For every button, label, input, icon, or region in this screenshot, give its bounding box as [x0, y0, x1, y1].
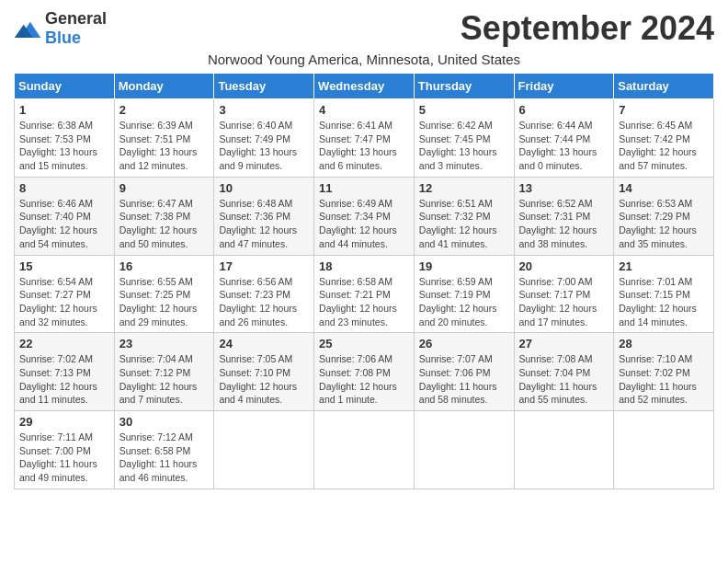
day-number: 22 — [19, 337, 109, 350]
calendar-cell — [414, 411, 514, 489]
calendar-cell — [314, 411, 415, 489]
day-info: Sunrise: 7:08 AM Sunset: 7:04 PM Dayligh… — [519, 352, 609, 407]
day-number: 11 — [319, 181, 409, 195]
day-info: Sunrise: 6:44 AM Sunset: 7:44 PM Dayligh… — [519, 119, 609, 173]
day-info: Sunrise: 6:59 AM Sunset: 7:19 PM Dayligh… — [419, 275, 509, 329]
calendar-cell: 12Sunrise: 6:51 AM Sunset: 7:32 PM Dayli… — [414, 177, 514, 255]
day-number: 9 — [119, 181, 210, 195]
day-info: Sunrise: 6:38 AM Sunset: 7:53 PM Dayligh… — [19, 119, 109, 173]
day-number: 24 — [219, 337, 309, 350]
day-info: Sunrise: 6:55 AM Sunset: 7:25 PM Dayligh… — [119, 275, 210, 329]
calendar-cell: 25Sunrise: 7:06 AM Sunset: 7:08 PM Dayli… — [314, 333, 415, 411]
calendar-cell: 22Sunrise: 7:02 AM Sunset: 7:13 PM Dayli… — [15, 333, 115, 411]
calendar-cell: 2Sunrise: 6:39 AM Sunset: 7:51 PM Daylig… — [114, 99, 214, 178]
day-number: 25 — [319, 337, 409, 350]
calendar-cell: 21Sunrise: 7:01 AM Sunset: 7:15 PM Dayli… — [614, 255, 714, 333]
day-number: 7 — [619, 103, 709, 117]
calendar-cell: 7Sunrise: 6:45 AM Sunset: 7:42 PM Daylig… — [614, 99, 714, 178]
day-number: 2 — [119, 103, 210, 117]
calendar-cell: 18Sunrise: 6:58 AM Sunset: 7:21 PM Dayli… — [314, 255, 415, 333]
logo: General Blue — [14, 9, 107, 48]
day-info: Sunrise: 6:46 AM Sunset: 7:40 PM Dayligh… — [19, 197, 109, 251]
header: General Blue September 2024 — [14, 9, 714, 48]
calendar-cell — [614, 411, 714, 489]
logo-general: General — [45, 9, 107, 28]
day-info: Sunrise: 6:47 AM Sunset: 7:38 PM Dayligh… — [119, 197, 210, 251]
day-info: Sunrise: 7:02 AM Sunset: 7:13 PM Dayligh… — [19, 352, 109, 407]
calendar-cell: 5Sunrise: 6:42 AM Sunset: 7:45 PM Daylig… — [414, 99, 514, 178]
day-number: 20 — [519, 259, 609, 273]
calendar-cell: 1Sunrise: 6:38 AM Sunset: 7:53 PM Daylig… — [15, 99, 115, 178]
day-info: Sunrise: 6:54 AM Sunset: 7:27 PM Dayligh… — [19, 275, 109, 329]
calendar-cell: 29Sunrise: 7:11 AM Sunset: 7:00 PM Dayli… — [15, 411, 115, 489]
calendar-cell: 16Sunrise: 6:55 AM Sunset: 7:25 PM Dayli… — [114, 255, 214, 333]
day-number: 13 — [519, 181, 609, 195]
day-header-saturday: Saturday — [614, 74, 714, 99]
calendar-cell: 24Sunrise: 7:05 AM Sunset: 7:10 PM Dayli… — [214, 333, 314, 411]
calendar-cell: 20Sunrise: 7:00 AM Sunset: 7:17 PM Dayli… — [514, 255, 614, 333]
calendar-cell: 3Sunrise: 6:40 AM Sunset: 7:49 PM Daylig… — [214, 99, 314, 178]
day-number: 26 — [419, 337, 509, 350]
day-number: 29 — [19, 415, 109, 429]
calendar-cell: 27Sunrise: 7:08 AM Sunset: 7:04 PM Dayli… — [514, 333, 614, 411]
calendar-cell: 23Sunrise: 7:04 AM Sunset: 7:12 PM Dayli… — [114, 333, 214, 411]
day-number: 21 — [619, 259, 709, 273]
day-header-monday: Monday — [114, 74, 214, 99]
day-number: 16 — [119, 259, 210, 273]
day-number: 5 — [419, 103, 509, 117]
day-info: Sunrise: 7:00 AM Sunset: 7:17 PM Dayligh… — [519, 275, 609, 329]
month-title: September 2024 — [461, 9, 714, 48]
calendar-cell: 4Sunrise: 6:41 AM Sunset: 7:47 PM Daylig… — [314, 99, 415, 178]
day-header-thursday: Thursday — [414, 74, 514, 99]
calendar-cell — [514, 411, 614, 489]
day-header-tuesday: Tuesday — [214, 74, 314, 99]
day-info: Sunrise: 6:41 AM Sunset: 7:47 PM Dayligh… — [319, 119, 409, 173]
day-number: 10 — [219, 181, 309, 195]
day-number: 17 — [219, 259, 309, 273]
day-number: 15 — [19, 259, 109, 273]
day-header-wednesday: Wednesday — [314, 74, 415, 99]
logo-blue: Blue — [45, 29, 81, 47]
calendar-cell: 17Sunrise: 6:56 AM Sunset: 7:23 PM Dayli… — [214, 255, 314, 333]
calendar-cell: 19Sunrise: 6:59 AM Sunset: 7:19 PM Dayli… — [414, 255, 514, 333]
day-header-sunday: Sunday — [15, 74, 115, 99]
calendar-cell: 14Sunrise: 6:53 AM Sunset: 7:29 PM Dayli… — [614, 177, 714, 255]
calendar-cell: 10Sunrise: 6:48 AM Sunset: 7:36 PM Dayli… — [214, 177, 314, 255]
calendar-cell — [214, 411, 314, 489]
calendar-cell: 8Sunrise: 6:46 AM Sunset: 7:40 PM Daylig… — [15, 177, 115, 255]
day-number: 23 — [119, 337, 210, 350]
calendar-cell: 30Sunrise: 7:12 AM Sunset: 6:58 PM Dayli… — [114, 411, 214, 489]
day-info: Sunrise: 7:07 AM Sunset: 7:06 PM Dayligh… — [419, 352, 509, 407]
day-number: 6 — [519, 103, 609, 117]
calendar-cell: 28Sunrise: 7:10 AM Sunset: 7:02 PM Dayli… — [614, 333, 714, 411]
day-info: Sunrise: 6:53 AM Sunset: 7:29 PM Dayligh… — [619, 197, 709, 251]
day-number: 18 — [319, 259, 409, 273]
day-info: Sunrise: 6:42 AM Sunset: 7:45 PM Dayligh… — [419, 119, 509, 173]
day-info: Sunrise: 6:45 AM Sunset: 7:42 PM Dayligh… — [619, 119, 709, 173]
day-info: Sunrise: 7:04 AM Sunset: 7:12 PM Dayligh… — [119, 352, 210, 407]
day-number: 12 — [419, 181, 509, 195]
day-number: 28 — [619, 337, 709, 350]
day-number: 14 — [619, 181, 709, 195]
calendar-cell: 11Sunrise: 6:49 AM Sunset: 7:34 PM Dayli… — [314, 177, 415, 255]
day-info: Sunrise: 7:06 AM Sunset: 7:08 PM Dayligh… — [319, 352, 409, 407]
day-info: Sunrise: 6:48 AM Sunset: 7:36 PM Dayligh… — [219, 197, 309, 251]
day-number: 8 — [19, 181, 109, 195]
day-info: Sunrise: 7:11 AM Sunset: 7:00 PM Dayligh… — [19, 431, 109, 485]
day-number: 3 — [219, 103, 309, 117]
day-info: Sunrise: 6:39 AM Sunset: 7:51 PM Dayligh… — [119, 119, 210, 173]
day-number: 1 — [19, 103, 109, 117]
logo-icon — [14, 19, 41, 38]
calendar-cell: 9Sunrise: 6:47 AM Sunset: 7:38 PM Daylig… — [114, 177, 214, 255]
day-number: 27 — [519, 337, 609, 350]
day-info: Sunrise: 7:12 AM Sunset: 6:58 PM Dayligh… — [119, 431, 210, 485]
day-info: Sunrise: 7:05 AM Sunset: 7:10 PM Dayligh… — [219, 352, 309, 407]
day-info: Sunrise: 6:58 AM Sunset: 7:21 PM Dayligh… — [319, 275, 409, 329]
day-info: Sunrise: 6:51 AM Sunset: 7:32 PM Dayligh… — [419, 197, 509, 251]
day-header-friday: Friday — [514, 74, 614, 99]
calendar-cell: 6Sunrise: 6:44 AM Sunset: 7:44 PM Daylig… — [514, 99, 614, 178]
day-info: Sunrise: 6:56 AM Sunset: 7:23 PM Dayligh… — [219, 275, 309, 329]
calendar-cell: 13Sunrise: 6:52 AM Sunset: 7:31 PM Dayli… — [514, 177, 614, 255]
day-info: Sunrise: 6:52 AM Sunset: 7:31 PM Dayligh… — [519, 197, 609, 251]
day-info: Sunrise: 7:10 AM Sunset: 7:02 PM Dayligh… — [619, 352, 709, 407]
